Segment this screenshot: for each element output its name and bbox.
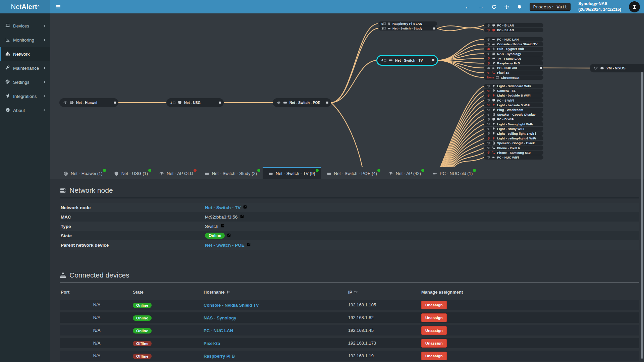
node-tab[interactable]: Net - Switch - TV (9) (263, 167, 321, 179)
field-value: Switch (205, 224, 218, 229)
table-row: N/A Online PC - NUC LAN 192.168.1.45 Una… (60, 325, 639, 336)
unassign-button[interactable]: Unassign (421, 352, 447, 360)
sort-icon[interactable] (226, 290, 230, 294)
diagram-device-row[interactable]: PC - NUC LAN (484, 37, 543, 42)
diagram-device-row[interactable]: 5Raspberry Pi 4 LAN (378, 21, 437, 26)
diagram-device-row[interactable]: Light - Dining light WiFi (484, 122, 543, 126)
diagram-node-tv[interactable]: 4Net - Switch - TV (377, 56, 437, 65)
external-link-icon[interactable] (243, 204, 247, 210)
app-logo[interactable]: NetAlertx (0, 0, 50, 13)
device-label: Raspberry Pi B (497, 61, 520, 65)
field-row: State Online (60, 231, 639, 240)
sidebar-item[interactable]: Settings (0, 75, 50, 89)
sidebar-toggle-button[interactable] (56, 4, 61, 9)
diagram-node-usg[interactable]: 1Net - USG (166, 98, 224, 107)
external-link-icon[interactable] (220, 223, 225, 229)
diagram-device-row[interactable]: PC - NUC old (484, 66, 543, 70)
refresh-icon[interactable] (491, 4, 496, 9)
node-tab[interactable]: Net - AP OLD (154, 167, 199, 179)
hostname-link[interactable]: NAS - Synology (204, 315, 236, 320)
diagram-device-row[interactable]: NoneChromecast (484, 75, 543, 80)
sidebar-item-label: Devices (13, 23, 40, 28)
diagram-node-huawei[interactable]: Net - Huawei (59, 98, 118, 107)
node-tab[interactable]: Net - USG (1) (108, 167, 154, 179)
wifi-icon (487, 38, 490, 41)
sidebar-item[interactable]: Maintenance (0, 61, 50, 75)
hostname-link[interactable]: PC - NUC LAN (204, 328, 233, 333)
hostname-link[interactable]: Console - Nvidia Shield TV (204, 303, 259, 308)
avatar[interactable] (629, 1, 640, 12)
diagram-device-row[interactable]: Light - ceiling-light-1 WiFi (484, 131, 543, 136)
status-dot (421, 169, 424, 172)
bell-icon[interactable] (517, 4, 522, 9)
node-tab[interactable]: PC - NUC old (1) (427, 167, 478, 179)
external-link-icon[interactable] (227, 233, 231, 239)
diagram-device-row[interactable]: PC - B WiFi (484, 117, 543, 121)
diagram-device-row[interactable]: Plug - Washroom (484, 108, 543, 112)
hostname-link[interactable]: Pixel-3a (204, 341, 220, 346)
diagram-device-row[interactable]: PC - S WiFi (484, 98, 543, 103)
column-header[interactable]: IP (348, 290, 421, 295)
diagram-device-row[interactable]: Hub - Cygnet Hub (484, 47, 543, 51)
unassign-button[interactable]: Unassign (421, 313, 447, 322)
unassign-button[interactable]: Unassign (421, 339, 447, 348)
column-header[interactable]: State (133, 290, 204, 295)
column-header[interactable]: Hostname (204, 290, 348, 295)
field-label: Parent network device (61, 243, 205, 248)
diagram-device-row[interactable]: Camera - E1 (484, 88, 543, 93)
column-header[interactable]: Manage assignment (421, 290, 639, 295)
column-header[interactable]: Port (60, 290, 133, 295)
diagram-device-row[interactable]: Light - ceiling-light-2 WiFi (484, 136, 543, 140)
tab-label: Net - AP (42) (396, 171, 421, 176)
diagram-device-row[interactable]: 3Net - Switch - Study (378, 26, 437, 31)
diagram-device-row[interactable]: PC - B LAN (484, 23, 543, 27)
external-link-icon[interactable] (247, 242, 251, 248)
move-icon[interactable] (504, 4, 509, 9)
port-square (540, 67, 542, 69)
diagram-device-row[interactable]: Light - Sideboard WiFi (484, 84, 543, 88)
top-bar: NetAlertx ← → Process: Wait Synology-NAS… (0, 0, 644, 13)
node-tab[interactable]: Net - Huawei (1) (58, 167, 108, 179)
page-scrollbar[interactable] (641, 72, 643, 359)
sort-icon[interactable] (354, 290, 358, 294)
nav-forward-icon[interactable]: → (478, 4, 484, 10)
node-label: Net - Switch - POE (289, 101, 320, 105)
diagram-node-vm[interactable]: VM - NixOS (590, 64, 644, 72)
diagram-node-poe[interactable]: Net - Switch - POE (273, 98, 331, 107)
node-tab[interactable]: Net - Switch - POE (4) (321, 167, 383, 179)
diagram-device-row[interactable]: TV - Frame LAN (484, 56, 543, 61)
wifi-icon (487, 84, 490, 88)
diagram-device-row[interactable]: Phone - Pixel 6 (484, 145, 543, 150)
sidebar-item[interactable]: Network (0, 47, 50, 61)
diagram-device-row[interactable]: PC - NUC WiFi (484, 155, 543, 160)
sidebar-item[interactable]: Integrations (0, 89, 50, 103)
sidebar-item[interactable]: Monitoring (0, 33, 50, 47)
cell-ip: 192.168.1.82 (348, 315, 421, 320)
diagram-device-row[interactable]: Pixel-3a (484, 70, 543, 75)
wifi-icon (594, 66, 598, 70)
unassign-button[interactable]: Unassign (421, 326, 447, 335)
diagram-device-row[interactable]: Speaker - Google - Black (484, 141, 543, 145)
hostname-link[interactable]: Raspberry Pi B (204, 354, 235, 359)
diagram-device-row[interactable]: Speaker - Google Display (484, 112, 543, 117)
sidebar-item[interactable]: Devices (0, 19, 50, 33)
diagram-device-row[interactable]: Raspberry Pi B (484, 61, 543, 65)
node-tab[interactable]: Net - AP (42) (383, 167, 427, 179)
table-row: N/A Online NAS - Synology 192.168.1.82 U… (60, 312, 639, 323)
node-tab[interactable]: Net - Switch - Study (2) (199, 167, 263, 179)
diagram-device-row[interactable]: Light - bedside B WiFi (484, 93, 543, 98)
diagram-device-row[interactable]: Light - bedside S WiFi (484, 103, 543, 107)
field-value: Net - Switch - POE (205, 243, 245, 248)
sidebar-item[interactable]: About (0, 103, 50, 117)
external-link-icon[interactable] (240, 214, 244, 220)
nav-back-icon[interactable]: ← (465, 4, 470, 10)
cell-port: N/A (60, 341, 133, 346)
unassign-button[interactable]: Unassign (421, 301, 447, 309)
state-badge: Online (133, 303, 152, 308)
diagram-device-row[interactable]: NAS - Synology (484, 52, 543, 56)
wrench-icon (5, 65, 10, 70)
diagram-device-row[interactable]: Light - Study WiFi (484, 127, 543, 131)
diagram-device-row[interactable]: Phone - Samsung S10 (484, 150, 543, 155)
diagram-device-row[interactable]: PC - S LAN (484, 28, 543, 32)
diagram-device-row[interactable]: Console - Nvidia Shield TV (484, 42, 543, 46)
